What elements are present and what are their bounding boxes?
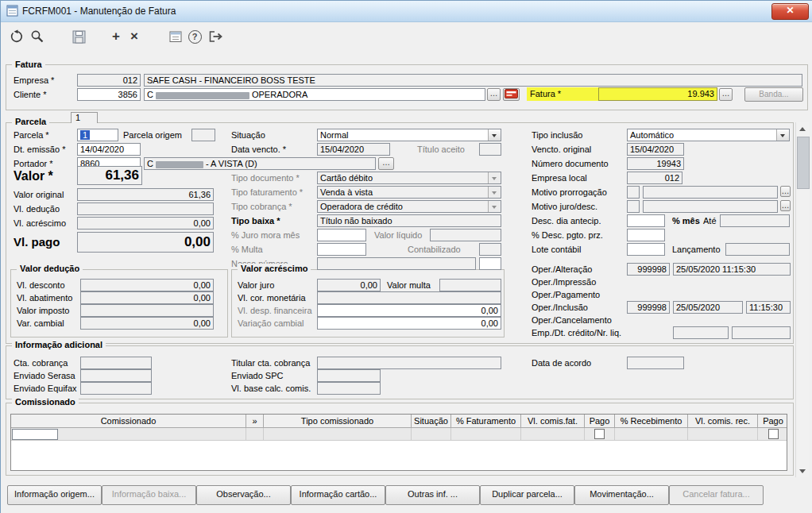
cell-pct-recebimento[interactable] <box>615 428 688 441</box>
cell-pago-fat <box>585 428 615 441</box>
fatura-number-field[interactable]: 19.943 <box>598 87 717 101</box>
valor-multa-label: Valor multa <box>387 280 431 290</box>
vl-pago-field: 0,00 <box>77 232 214 253</box>
col-header-pct-faturamento[interactable]: % Faturamento <box>451 415 521 428</box>
data-vencto-label: Data vencto. * <box>231 145 286 154</box>
comissionado-legend: Comissionado <box>12 397 79 407</box>
fatura-lookup-button[interactable]: … <box>719 88 733 101</box>
vertical-scrollbar[interactable] <box>795 122 809 477</box>
situacao-select[interactable]: Normal <box>317 129 501 141</box>
cell-situacao[interactable] <box>412 428 451 441</box>
valor-juro-label: Valor juro <box>238 280 274 290</box>
vl-base-label: Vl. base calc. comis. <box>231 384 311 393</box>
parcela-label: Parcela * <box>14 130 49 140</box>
variacao-cambial-field[interactable]: 0,00 <box>317 317 501 330</box>
duplicar-parcela-button[interactable]: Duplicar parcela... <box>480 485 574 505</box>
col-header-tipo-comissionado[interactable]: Tipo comissionado <box>264 415 412 428</box>
col-header-pct-recebimento[interactable]: % Recebimento <box>615 415 688 428</box>
lote-contabil-field[interactable] <box>627 243 665 256</box>
variacao-cambial-label: Variação cambial <box>238 318 304 328</box>
valor-original-field: 61,36 <box>77 188 214 201</box>
red-card-icon[interactable] <box>503 88 520 101</box>
scrollbar-thumb[interactable] <box>797 137 810 189</box>
vl-desp-financeira-label: Vl. desp. financeira <box>238 306 312 315</box>
cliente-name-field[interactable]: COPERADORA <box>144 88 485 101</box>
oper-cancelamento-label: Oper./Cancelamento <box>532 315 612 325</box>
outras-inf-button[interactable]: Outras inf. ... <box>385 485 480 505</box>
col-header-pago-fat[interactable]: Pago <box>585 415 615 428</box>
titulo-aceito-field <box>479 143 501 156</box>
search-icon[interactable] <box>29 28 46 45</box>
col-header-vl-comis-fat[interactable]: Vl. comis.fat. <box>521 415 585 428</box>
movimentacao-button[interactable]: Movimentação... <box>574 485 669 505</box>
cliente-lookup-button[interactable]: … <box>487 88 501 101</box>
parcela-field[interactable]: 1 <box>77 129 118 141</box>
cell-tipo-comissionado[interactable] <box>264 428 412 441</box>
observacao-button[interactable]: Observação... <box>196 485 291 505</box>
vencto-original-label: Vencto. original <box>532 145 591 154</box>
exit-icon[interactable] <box>207 28 224 45</box>
tipo-inclusao-select[interactable]: Automático <box>627 129 790 141</box>
desc-pgto-field[interactable] <box>627 229 665 241</box>
help-icon[interactable]: ? <box>186 28 203 45</box>
portador-name-field: C- A VISTA (D) <box>144 157 376 170</box>
cell-pct-faturamento[interactable] <box>451 428 521 441</box>
comissionado-input[interactable] <box>12 429 58 440</box>
parcela-legend: Parcela <box>12 117 49 127</box>
scroll-up-icon[interactable] <box>796 122 809 135</box>
pago-fat-checkbox[interactable] <box>594 429 605 439</box>
vl-acrescimo-label: Vl. acréscimo <box>14 218 66 228</box>
redacted-block <box>156 92 249 99</box>
col-header-vl-comis-rec[interactable]: Vl. comis. rec. <box>688 415 758 428</box>
close-button[interactable]: ✕ <box>771 3 809 20</box>
juro-mora-field[interactable] <box>317 229 366 241</box>
portador-lookup-button[interactable]: … <box>378 157 394 170</box>
oper-alteracao-user-field: 999998 <box>627 263 670 276</box>
cell-vl-comis-rec[interactable] <box>688 428 758 441</box>
schedule-icon[interactable] <box>167 28 184 45</box>
delete-icon[interactable]: × <box>126 28 143 45</box>
undo-icon[interactable] <box>8 28 25 45</box>
motivo-juro-lookup-button[interactable]: … <box>780 200 791 211</box>
cell-vl-comis-fat[interactable] <box>521 428 585 441</box>
vl-desp-financeira-field[interactable]: 0,00 <box>317 304 501 317</box>
motivo-prorrogacao-lookup-button[interactable]: … <box>780 186 791 197</box>
lancamento-field <box>725 243 790 256</box>
info-adicional-legend: Informação adicional <box>12 340 106 350</box>
empresa-local-label: Empresa local <box>532 173 587 183</box>
col-header-expand[interactable]: » <box>246 415 264 428</box>
multa-field[interactable] <box>317 243 366 256</box>
lancamento-label: Lançamento <box>672 245 721 254</box>
cell-expand[interactable] <box>246 428 264 441</box>
situacao-value: Normal <box>320 130 348 140</box>
tipo-cobranca-label: Tipo cobrança * <box>231 202 292 211</box>
col-header-situacao[interactable]: Situação <box>412 415 451 428</box>
valor-deducao-legend: Valor dedução <box>17 264 83 274</box>
desc-dia-field[interactable] <box>627 214 665 227</box>
scroll-down-icon[interactable] <box>796 465 809 477</box>
valor-acrescimo-legend: Valor acréscimo <box>238 264 311 274</box>
parcela-tab-1[interactable]: 1 <box>71 112 98 123</box>
chevron-down-icon <box>488 201 501 212</box>
enviado-serasa-label: Enviado Serasa <box>14 371 75 380</box>
nosso-numero-digit-field[interactable] <box>479 257 501 270</box>
data-vencto-field: 15/04/2020 <box>317 143 390 156</box>
dt-emissao-field[interactable]: 14/04/2020 <box>77 143 141 156</box>
parcela-origem-field <box>191 129 215 141</box>
valor-imposto-field <box>80 304 214 317</box>
informacao-origem-button[interactable]: Informação origem... <box>7 485 102 505</box>
redacted-block <box>156 161 203 168</box>
cell-comissionado[interactable] <box>11 428 246 441</box>
informacao-cartao-button[interactable]: Informação cartão... <box>291 485 385 505</box>
save-icon[interactable] <box>70 28 87 45</box>
empresa-name-field: SAFE CASH - FINANCEIRO BOSS TESTE <box>144 74 802 87</box>
col-header-comissionado[interactable]: Comissionado <box>11 415 246 428</box>
vl-base-field <box>317 382 381 395</box>
col-header-pago-rec[interactable]: Pago <box>758 415 787 428</box>
add-icon[interactable]: + <box>107 28 125 45</box>
cliente-code-field[interactable]: 3856 <box>77 88 141 101</box>
var-cambial-field: 0,00 <box>80 317 214 330</box>
pago-rec-checkbox[interactable] <box>768 429 779 439</box>
empresa-code-field: 012 <box>77 74 141 87</box>
tipo-cobranca-select: Operadora de crédito <box>317 200 501 213</box>
